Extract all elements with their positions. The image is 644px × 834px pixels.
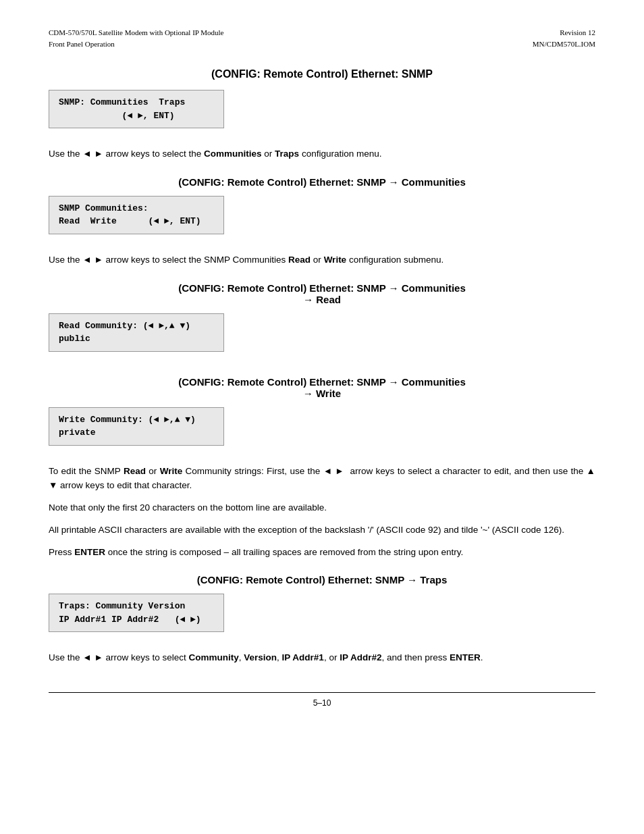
code-box-snmp: SNMP: Communities Traps (◄ ►, ENT) [49, 90, 224, 128]
page-number: 5–10 [313, 698, 331, 708]
code-box-communities-wrapper: SNMP Communities: Read Write (◄ ►, ENT) [49, 196, 595, 244]
code-box-traps: Traps: Community Version IP Addr#1 IP Ad… [49, 594, 224, 632]
code-line-snmp-2: (◄ ►, ENT) [59, 109, 214, 123]
code-box-write: Write Community: (◄ ►,▲ ▼) private [49, 407, 224, 446]
body-write-2: Note that only the first 20 characters o… [49, 501, 595, 515]
body-write-3: All printable ASCII characters are avail… [49, 523, 595, 538]
code-line-read-1: Read Community: (◄ ►,▲ ▼) [59, 319, 214, 333]
code-line-comm-1: SNMP Communities: [59, 202, 214, 215]
code-box-traps-wrapper: Traps: Community Version IP Addr#1 IP Ad… [49, 594, 595, 642]
body-write-1: To edit the SNMP Read or Write Community… [49, 465, 595, 493]
header-left: CDM-570/570L Satellite Modem with Option… [49, 27, 224, 49]
code-line-snmp-1: SNMP: Communities Traps [59, 96, 214, 109]
code-box-snmp-wrapper: SNMP: Communities Traps (◄ ►, ENT) [49, 90, 595, 138]
header-left-line1: CDM-570/570L Satellite Modem with Option… [49, 27, 224, 38]
section-communities: (CONFIG: Remote Control) Ethernet: SNMP … [49, 176, 595, 267]
header-left-line2: Front Panel Operation [49, 38, 224, 50]
code-line-traps-2: IP Addr#1 IP Addr#2 (◄ ►) [59, 613, 214, 627]
header-right-line1: Revision 12 [533, 27, 595, 38]
body-write-4: Press ENTER once the string is composed … [49, 546, 595, 560]
section-snmp: (CONFIG: Remote Control) Ethernet: SNMP … [49, 68, 595, 161]
code-line-write-1: Write Community: (◄ ►,▲ ▼) [59, 413, 214, 427]
section-snmp-title: (CONFIG: Remote Control) Ethernet: SNMP [49, 68, 595, 80]
body-snmp: Use the ◄ ► arrow keys to select the Com… [49, 147, 595, 161]
code-box-read-wrapper: Read Community: (◄ ►,▲ ▼) public [49, 313, 595, 361]
section-traps-title: (CONFIG: Remote Control) Ethernet: SNMP … [49, 574, 595, 585]
code-line-traps-1: Traps: Community Version [59, 600, 214, 613]
code-box-write-wrapper: Write Community: (◄ ►,▲ ▼) private [49, 407, 595, 455]
code-line-comm-2: Read Write (◄ ►, ENT) [59, 215, 214, 228]
header-right-line2: MN/CDM570L.IOM [533, 38, 595, 50]
section-write: (CONFIG: Remote Control) Ethernet: SNMP … [49, 376, 595, 560]
page: CDM-570/570L Satellite Modem with Option… [0, 0, 644, 834]
body-traps: Use the ◄ ► arrow keys to select Communi… [49, 651, 595, 665]
page-footer: 5–10 [49, 692, 595, 708]
header-right: Revision 12 MN/CDM570L.IOM [533, 27, 595, 49]
code-box-communities: SNMP Communities: Read Write (◄ ►, ENT) [49, 196, 224, 234]
section-traps: (CONFIG: Remote Control) Ethernet: SNMP … [49, 574, 595, 665]
code-line-write-2: private [59, 426, 214, 440]
page-header: CDM-570/570L Satellite Modem with Option… [49, 27, 595, 49]
code-box-read: Read Community: (◄ ►,▲ ▼) public [49, 313, 224, 352]
section-read: (CONFIG: Remote Control) Ethernet: SNMP … [49, 282, 595, 361]
section-read-title: (CONFIG: Remote Control) Ethernet: SNMP … [49, 282, 595, 305]
section-write-title: (CONFIG: Remote Control) Ethernet: SNMP … [49, 376, 595, 399]
code-line-read-2: public [59, 332, 214, 346]
body-communities: Use the ◄ ► arrow keys to select the SNM… [49, 253, 595, 267]
section-communities-title: (CONFIG: Remote Control) Ethernet: SNMP … [49, 176, 595, 188]
